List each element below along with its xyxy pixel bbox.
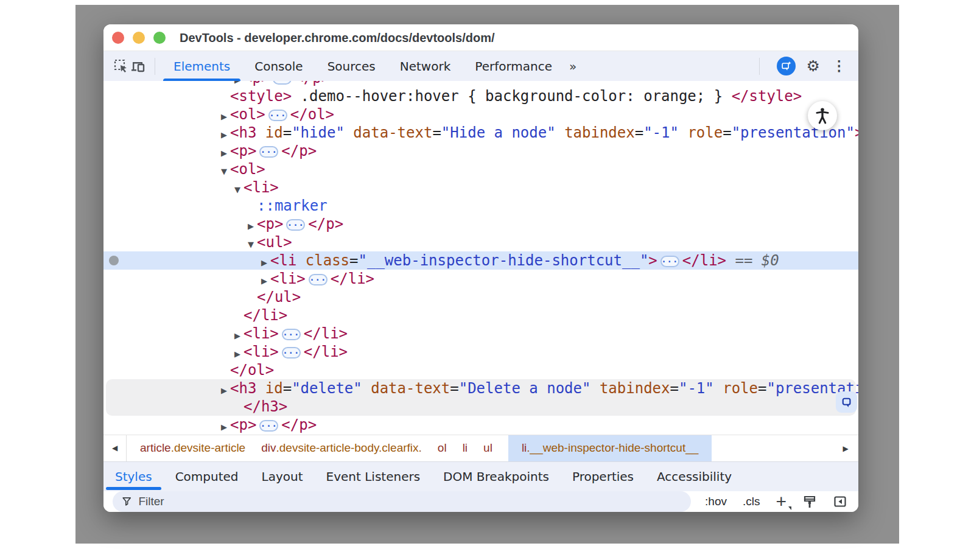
dom-tree-row[interactable]: ▶<li>...</li> bbox=[103, 343, 858, 361]
dom-code-segment: </ul> bbox=[257, 289, 301, 306]
dom-tree-row[interactable]: <style> .demo--hover:hover { background-… bbox=[103, 87, 858, 105]
styles-filter-field[interactable] bbox=[113, 491, 691, 512]
dom-code-segment: <p> bbox=[230, 416, 256, 433]
tab-sources[interactable]: Sources bbox=[315, 51, 388, 81]
breadcrumb-scroll-right-button[interactable]: ▶ bbox=[838, 435, 853, 461]
dom-tree-row[interactable]: ▶<li>...</li> bbox=[103, 324, 858, 343]
breadcrumb-item-li[interactable]: li bbox=[463, 435, 468, 461]
dom-tree-row[interactable]: ▼<ul> bbox=[103, 233, 858, 251]
new-style-rule-button[interactable]: + bbox=[776, 492, 787, 511]
dom-tree-row[interactable]: ▶<ol>...</ol> bbox=[103, 105, 858, 124]
accessibility-person-icon bbox=[815, 107, 830, 124]
ai-assistance-button[interactable] bbox=[777, 57, 796, 75]
dom-code-segment: <li> bbox=[244, 343, 279, 360]
tab-performance[interactable]: Performance bbox=[463, 51, 564, 81]
dom-code-segment bbox=[556, 124, 564, 141]
styles-toolbar: :hov .cls + bbox=[103, 491, 858, 513]
sidebar-tab-dom-breakpoints[interactable]: DOM Breakpoints bbox=[432, 462, 561, 491]
ellipsis-expander-button[interactable]: ... bbox=[268, 110, 287, 121]
toggle-sidebar-button[interactable] bbox=[833, 494, 847, 509]
breadcrumb-item-ol[interactable]: ol bbox=[438, 435, 447, 461]
customize-devtools-menu-button[interactable]: ⋮ bbox=[831, 59, 847, 73]
rendering-emulations-button[interactable] bbox=[802, 494, 817, 509]
tab-network[interactable]: Network bbox=[388, 51, 463, 81]
breadcrumb-scroll-left-button[interactable]: ◀ bbox=[103, 435, 127, 461]
panel-tab-strip: ElementsConsoleSourcesNetworkPerformance bbox=[161, 51, 564, 81]
dom-tree-row[interactable]: </ol> bbox=[103, 361, 858, 379]
dom-code-segment: = bbox=[758, 380, 766, 397]
element-classes-button[interactable]: .cls bbox=[743, 495, 760, 508]
dom-code-segment: = bbox=[283, 124, 292, 141]
accessibility-overlay-button[interactable] bbox=[808, 101, 837, 130]
dom-code-segment: $0 bbox=[762, 252, 779, 269]
tab-elements[interactable]: Elements bbox=[161, 51, 242, 81]
dom-code-segment: "-1" bbox=[679, 380, 714, 397]
ellipsis-expander-button[interactable]: ... bbox=[282, 347, 301, 359]
dom-code-segment: <li> bbox=[244, 179, 279, 196]
devtools-window: DevTools - developer.chrome.com/docs/dev… bbox=[103, 24, 858, 512]
toggle-element-state-button[interactable]: :hov bbox=[705, 495, 727, 508]
sidebar-tab-properties[interactable]: Properties bbox=[561, 462, 645, 491]
ellipsis-expander-button[interactable]: ... bbox=[259, 146, 278, 158]
zoom-button[interactable] bbox=[153, 32, 166, 44]
ai-assistance-fab[interactable] bbox=[836, 391, 857, 413]
sidebar-tab-styles[interactable]: Styles bbox=[103, 462, 164, 491]
dom-code-segment: id bbox=[265, 124, 283, 141]
dom-code-segment: </style> bbox=[732, 88, 802, 105]
sidebar-tab-computed[interactable]: Computed bbox=[164, 462, 250, 491]
dom-tree-row-selected[interactable]: ▶<li class="__web-inspector-hide-shortcu… bbox=[103, 251, 858, 270]
dom-code-segment: "Delete a node" bbox=[459, 380, 591, 397]
device-toolbar-icon bbox=[130, 58, 149, 74]
dom-tree-row[interactable]: ▼<li> bbox=[103, 178, 858, 197]
toggle-device-toolbar-button[interactable] bbox=[130, 57, 149, 75]
breadcrumb-item-article[interactable]: article.devsite-article bbox=[140, 435, 245, 461]
settings-gear-button[interactable]: ⚙ bbox=[807, 58, 820, 74]
ellipsis-expander-button[interactable]: ... bbox=[660, 256, 679, 267]
more-panels-button[interactable]: » bbox=[564, 59, 580, 74]
dom-tree-row[interactable]: ▶<h3 id="delete" data-text="Delete a nod… bbox=[106, 379, 856, 397]
window-title: DevTools - developer.chrome.com/docs/dev… bbox=[180, 24, 495, 51]
sidebar-tab-layout[interactable]: Layout bbox=[250, 462, 315, 491]
dom-tree-row[interactable]: </h3> bbox=[106, 397, 856, 416]
dom-tree-row[interactable]: ::marker bbox=[103, 197, 858, 215]
tab-console[interactable]: Console bbox=[242, 51, 315, 81]
toolbar-right-divider bbox=[759, 58, 760, 75]
inspect-element-button[interactable] bbox=[112, 57, 130, 75]
styles-filter-input[interactable] bbox=[138, 495, 682, 508]
dom-code-segment: ::marker bbox=[257, 197, 328, 214]
ellipsis-expander-button[interactable]: ... bbox=[282, 329, 301, 340]
toolbar-divider bbox=[155, 58, 155, 75]
breadcrumb-item-ul[interactable]: ul bbox=[483, 435, 492, 461]
dom-tree-row[interactable]: ▶<li>...</li> bbox=[103, 270, 858, 288]
dom-code-segment bbox=[362, 380, 371, 397]
sidebar-tab-accessibility[interactable]: Accessibility bbox=[645, 462, 743, 491]
ellipsis-expander-button[interactable]: ... bbox=[309, 274, 328, 285]
dom-tree-row[interactable]: ▶<h3 id="hide" data-text="Hide a node" t… bbox=[103, 124, 858, 142]
desktop-background: DevTools - developer.chrome.com/docs/dev… bbox=[75, 5, 899, 544]
dock-panel-icon bbox=[833, 494, 847, 509]
ellipsis-icon: ... bbox=[261, 145, 278, 154]
dom-tree-row[interactable]: ▶<p>...</p> bbox=[103, 215, 858, 233]
dom-tree-row[interactable]: </li> bbox=[103, 306, 858, 324]
dom-code-segment: </ol> bbox=[230, 362, 274, 379]
close-button[interactable] bbox=[112, 32, 124, 44]
ellipsis-icon: ... bbox=[287, 219, 304, 227]
dom-code-segment: <li> bbox=[244, 325, 279, 342]
dom-tree-row[interactable]: ▼<ol> bbox=[103, 160, 858, 178]
ellipsis-expander-button[interactable]: ... bbox=[259, 420, 278, 432]
dom-tree-row[interactable]: ▶<p>...</p> bbox=[103, 81, 858, 87]
dom-tree-panel[interactable]: ▶<p>...</p><style> .demo--hover:hover { … bbox=[103, 81, 858, 435]
breadcrumb-item-div[interactable]: div.devsite-article-body.clearfix. bbox=[261, 435, 422, 461]
ellipsis-icon: ... bbox=[282, 328, 300, 337]
dom-tree-row[interactable]: </ul> bbox=[103, 288, 858, 306]
ellipsis-expander-button[interactable]: ... bbox=[273, 81, 292, 85]
sidebar-tab-event-listeners[interactable]: Event Listeners bbox=[315, 462, 432, 491]
minimize-button[interactable] bbox=[133, 32, 145, 44]
expand-arrow-icon[interactable]: ▶ bbox=[218, 418, 230, 435]
dom-tree-row[interactable]: ▶<p>...</p> bbox=[103, 416, 858, 434]
breadcrumb-tag: ol bbox=[438, 441, 447, 455]
ai-chat-bubble-icon bbox=[780, 60, 792, 72]
dom-tree-row[interactable]: ▶<p>...</p> bbox=[103, 142, 858, 160]
breadcrumb-item-li-selected[interactable]: li.__web-inspector-hide-shortcut__ bbox=[508, 435, 712, 461]
ellipsis-expander-button[interactable]: ... bbox=[286, 219, 305, 231]
